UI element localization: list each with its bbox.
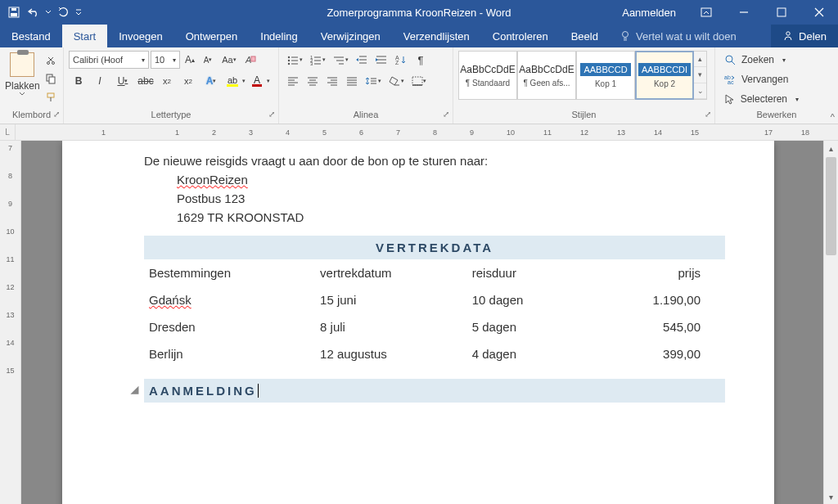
strikethrough-button[interactable]: abc [136, 72, 155, 90]
style-no-spacing[interactable]: AaBbCcDdE¶ Geen afs... [517, 51, 576, 100]
tab-review[interactable]: Controleren [481, 25, 560, 47]
tab-home[interactable]: Start [62, 25, 107, 47]
tab-file[interactable]: Bestand [0, 25, 62, 47]
window-title: Zomerprogramma KroonReizen - Word [327, 7, 511, 19]
svg-point-25 [288, 56, 290, 58]
address-line-2: Postbus 123 [177, 191, 725, 205]
font-launcher[interactable]: ⤢ [268, 109, 275, 120]
horizontal-ruler[interactable]: 11234567891011121314151718 [16, 124, 838, 140]
style-heading2[interactable]: AABBCCDIKop 2 [635, 51, 694, 100]
paragraph-launcher[interactable]: ⤢ [443, 109, 449, 120]
find-button[interactable]: Zoeken▾ [720, 51, 802, 69]
styles-more[interactable]: ⌄ [694, 83, 706, 99]
close-button[interactable] [800, 0, 838, 25]
font-name-dropdown[interactable]: Calibri (Hoof▾ [69, 51, 149, 69]
styles-row-down[interactable]: ▾ [694, 67, 706, 83]
svg-text:A: A [245, 55, 251, 65]
tab-layout[interactable]: Indeling [249, 25, 309, 47]
font-color-button[interactable]: A▾ [249, 72, 272, 90]
collapse-heading-icon[interactable]: ◢ [131, 384, 141, 395]
ribbon: Plakken Klembord⤢ Calibri (Hoof▾ 10▾ A▴ … [0, 47, 838, 124]
tellme-search[interactable]: Vertel wat u wilt doen [610, 25, 746, 47]
styles-launcher[interactable]: ⤢ [705, 109, 711, 120]
tab-insert[interactable]: Invoegen [107, 25, 174, 47]
underline-button[interactable]: U▾ [111, 72, 134, 90]
styles-group-label: Stijlen [572, 110, 597, 119]
svg-point-27 [288, 60, 290, 61]
select-button[interactable]: Selecteren▾ [720, 90, 802, 108]
svg-rect-2 [11, 8, 16, 11]
subscript-button[interactable]: x2 [157, 72, 177, 90]
save-button[interactable] [5, 3, 23, 21]
style-heading1[interactable]: AABBCCDKop 1 [576, 51, 635, 100]
group-editing: Zoeken▾ abacVervangen Selecteren▾ Bewerk… [715, 47, 838, 124]
line-spacing-button[interactable]: ▾ [363, 72, 384, 90]
tab-design[interactable]: Ontwerpen [174, 25, 250, 47]
search-icon [723, 53, 737, 66]
italic-button[interactable]: I [90, 72, 110, 90]
font-size-dropdown[interactable]: 10▾ [151, 51, 180, 69]
show-hide-button[interactable]: ¶ [412, 51, 430, 69]
sort-button[interactable]: AZ [392, 51, 410, 69]
document-area[interactable]: De nieuwe reisgids vraagt u aan door de … [21, 141, 823, 504]
redo-button[interactable] [54, 3, 72, 21]
intro-text: De nieuwe reisgids vraagt u aan door de … [144, 154, 725, 168]
share-button[interactable]: Delen [771, 25, 838, 47]
bold-button[interactable]: B [69, 72, 88, 90]
style-standard[interactable]: AaBbCcDdE¶ Standaard [458, 51, 517, 100]
ruler-corner[interactable]: L [0, 124, 16, 140]
align-center-button[interactable] [304, 72, 322, 90]
borders-button[interactable]: ▾ [408, 72, 430, 90]
vertical-scrollbar[interactable]: ▴ ▾ [823, 141, 838, 504]
svg-point-69 [726, 56, 732, 62]
clear-formatting-button[interactable]: A [242, 51, 259, 69]
collapse-ribbon-button[interactable]: ^ [831, 112, 835, 122]
maximize-button[interactable] [763, 0, 800, 25]
undo-button[interactable] [25, 3, 43, 21]
replace-button[interactable]: abacVervangen [720, 70, 802, 88]
grow-font-button[interactable]: A▴ [182, 51, 198, 69]
undo-dropdown[interactable] [44, 3, 52, 21]
clipboard-launcher[interactable]: ⤢ [53, 109, 60, 120]
shrink-font-button[interactable]: A▾ [200, 51, 216, 69]
shading-button[interactable]: ▾ [385, 72, 407, 90]
ribbon-display-options[interactable] [687, 0, 725, 25]
decrease-indent-button[interactable] [353, 51, 371, 69]
multilevel-list-button[interactable]: ▾ [330, 51, 351, 69]
scroll-down-button[interactable]: ▾ [824, 489, 838, 504]
bullets-button[interactable]: ▾ [284, 51, 305, 69]
svg-rect-24 [252, 84, 262, 87]
signin-label[interactable]: Aanmelden [610, 7, 687, 19]
styles-gallery-nav: ▴ ▾ ⌄ [694, 51, 707, 100]
group-paragraph: ▾ 123▾ ▾ AZ ¶ ▾ ▾ ▾ Alinea⤢ [279, 47, 453, 124]
qat-customize[interactable] [74, 3, 83, 21]
paste-button[interactable]: Plakken [5, 51, 40, 109]
scroll-up-button[interactable]: ▴ [824, 141, 838, 155]
ribbon-tabs: Bestand Start Invoegen Ontwerpen Indelin… [0, 25, 838, 47]
text-effects-button[interactable]: A▾ [200, 72, 223, 90]
minimize-button[interactable] [725, 0, 763, 25]
cut-button[interactable] [42, 51, 60, 69]
quick-access-toolbar [0, 3, 83, 21]
tab-view[interactable]: Beeld [560, 25, 610, 47]
increase-indent-button[interactable] [372, 51, 390, 69]
scroll-thumb[interactable] [826, 157, 836, 255]
change-case-button[interactable]: Aa▾ [218, 51, 241, 69]
styles-row-up[interactable]: ▴ [694, 52, 706, 67]
font-group-label: Lettertype [151, 110, 191, 119]
align-right-button[interactable] [323, 72, 341, 90]
svg-rect-22 [227, 84, 238, 87]
highlight-button[interactable]: ab▾ [224, 72, 247, 90]
copy-button[interactable] [42, 70, 60, 88]
justify-button[interactable] [343, 72, 361, 90]
vertical-ruler[interactable]: 789101112131415 [0, 141, 21, 504]
align-left-button[interactable] [284, 72, 302, 90]
svg-point-13 [47, 62, 49, 65]
tellme-label: Vertel wat u wilt doen [636, 30, 737, 43]
numbering-button[interactable]: 123▾ [307, 51, 328, 69]
superscript-button[interactable]: x2 [178, 72, 198, 90]
tab-mailings[interactable]: Verzendlijsten [392, 25, 481, 47]
tab-references[interactable]: Verwijzingen [309, 25, 392, 47]
paragraph-group-label: Alinea [354, 110, 379, 119]
format-painter-button[interactable] [42, 88, 60, 106]
